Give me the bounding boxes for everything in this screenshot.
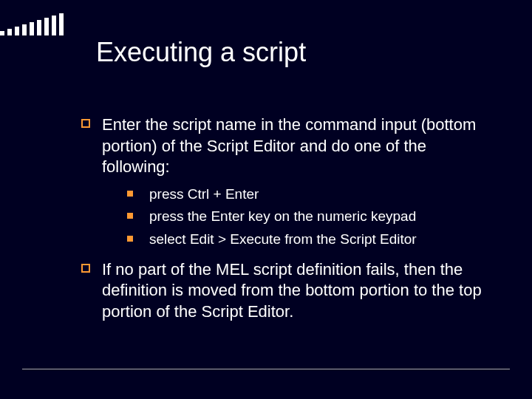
sub-list-item: select Edit > Execute from the Script Ed… <box>127 231 488 249</box>
decorative-bars <box>0 13 66 35</box>
slide: Executing a script Enter the script name… <box>0 0 532 399</box>
filled-square-bullet-icon <box>127 213 133 219</box>
sub-list-item-text: press Ctrl + Enter <box>149 185 259 204</box>
sub-list-item-text: select Edit > Execute from the Script Ed… <box>149 231 417 249</box>
sub-list-item-text: press the Enter key on the numeric keypa… <box>149 208 416 226</box>
square-bullet-icon <box>81 264 90 273</box>
filled-square-bullet-icon <box>127 191 133 197</box>
slide-body: Enter the script name in the command inp… <box>81 115 488 330</box>
filled-square-bullet-icon <box>127 236 133 242</box>
list-item-text: If no part of the MEL script definition … <box>102 259 488 323</box>
sub-list: press Ctrl + Enter press the Enter key o… <box>127 185 488 249</box>
sub-list-item: press the Enter key on the numeric keypa… <box>127 208 488 226</box>
slide-title: Executing a script <box>96 37 306 68</box>
horizontal-rule <box>22 369 510 369</box>
list-item-text: Enter the script name in the command inp… <box>102 115 488 178</box>
square-bullet-icon <box>81 119 90 128</box>
sub-list-item: press Ctrl + Enter <box>127 185 488 204</box>
list-item: Enter the script name in the command inp… <box>81 115 488 178</box>
list-item: If no part of the MEL script definition … <box>81 259 488 323</box>
